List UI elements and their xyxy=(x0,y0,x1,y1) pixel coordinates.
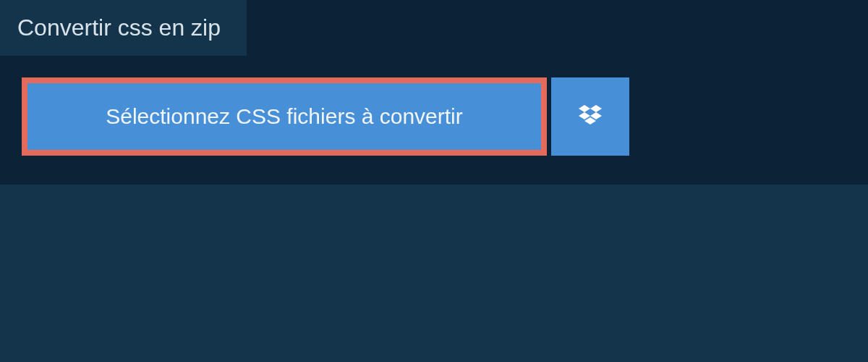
dropbox-icon xyxy=(576,102,605,131)
select-files-label: Sélectionnez CSS fichiers à convertir xyxy=(106,104,463,129)
tab-label: Convertir css en zip xyxy=(17,14,221,41)
select-files-button[interactable]: Sélectionnez CSS fichiers à convertir xyxy=(22,77,547,156)
dropbox-button[interactable] xyxy=(551,77,629,156)
active-tab[interactable]: Convertir css en zip xyxy=(0,0,247,56)
upload-button-row: Sélectionnez CSS fichiers à convertir xyxy=(22,77,629,156)
converter-panel: Convertir css en zip Sélectionnez CSS fi… xyxy=(0,0,868,185)
